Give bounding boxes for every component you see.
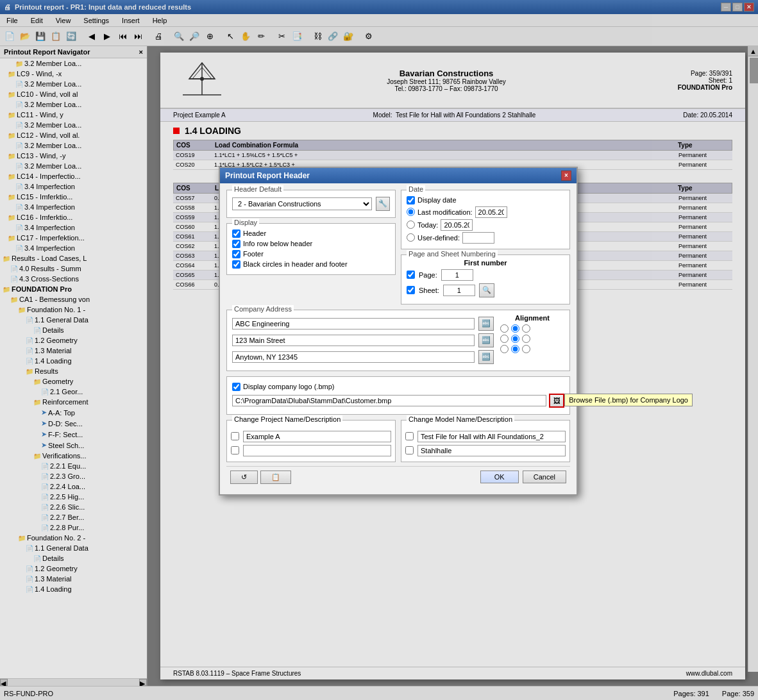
black-circles-checkbox-row: Black circles in header and footer [232, 260, 390, 269]
align1-right[interactable] [522, 324, 530, 333]
align1-center[interactable] [511, 324, 519, 333]
header-default-section: Header Default 2 - Bavarian Construction… [226, 190, 396, 218]
model-cb1[interactable] [405, 432, 414, 440]
last-mod-row: Last modification: [407, 206, 564, 218]
last-mod-radio[interactable] [407, 208, 415, 216]
change-section: Change Project Name/Description Change M… [226, 420, 570, 462]
date-section: Date Display date Last modification: [401, 190, 570, 249]
project-cb1-row [231, 431, 391, 442]
sheet-cb[interactable] [407, 286, 415, 294]
page-value-input[interactable] [441, 269, 473, 281]
cancel-btn[interactable]: Cancel [523, 471, 566, 483]
header-cb[interactable] [232, 229, 240, 238]
addr-line2-input[interactable] [232, 335, 475, 346]
header-checkbox-row: Header [232, 229, 390, 238]
header-default-browse-btn[interactable]: 🔧 [376, 197, 390, 211]
change-project-section: Change Project Name/Description [226, 420, 396, 462]
today-row: Today: [407, 219, 564, 231]
info-row-cb[interactable] [232, 240, 240, 248]
project-input2[interactable] [243, 445, 391, 456]
align2-right[interactable] [522, 335, 530, 343]
model-input1[interactable] [417, 431, 566, 442]
addr-line3-btn[interactable]: 🔤 [478, 350, 494, 364]
addr-line3-row: 🔤 [232, 350, 494, 364]
last-mod-label: Last modification: [417, 208, 473, 216]
align-row2 [500, 335, 564, 343]
addr-line1-row: 🔤 [232, 317, 494, 331]
display-section: Display Header Info row below header Foo… [226, 223, 396, 275]
file-path-row: C:\ProgramData\Dlubal\StammDat\Customer.… [232, 394, 564, 408]
modal-two-col: Header Default 2 - Bavarian Construction… [226, 190, 570, 310]
today-label: Today: [417, 221, 438, 229]
model-input2[interactable] [417, 445, 566, 456]
header-default-row: 2 - Bavarian Constructions 🔧 [232, 197, 390, 211]
sheet-row: Sheet: 🔍 [407, 283, 564, 297]
modal-title-bar: Printout Report Header × [220, 168, 577, 183]
company-address-label: Company Address [232, 305, 294, 313]
model-cb2[interactable] [405, 446, 414, 454]
footer-cb[interactable] [232, 250, 240, 258]
align-row1 [500, 324, 564, 333]
sheet-label-text: Sheet: [419, 287, 439, 294]
ok-btn[interactable]: OK [480, 471, 519, 483]
model-cb2-row [405, 445, 566, 456]
black-circles-cb-label: Black circles in header and footer [243, 260, 348, 268]
align3-center[interactable] [511, 345, 519, 353]
header-default-dropdown[interactable]: 2 - Bavarian Constructions [232, 197, 372, 210]
display-logo-cb[interactable] [232, 383, 240, 391]
date-section-label: Date [407, 185, 425, 193]
addr-line2-btn[interactable]: 🔤 [478, 333, 494, 347]
today-radio[interactable] [407, 221, 415, 229]
addr-line1-input[interactable] [232, 318, 475, 329]
modal-close-btn[interactable]: × [561, 171, 571, 181]
project-cb2[interactable] [231, 446, 239, 454]
display-section-label: Display [232, 219, 259, 226]
project-input1[interactable] [243, 431, 391, 442]
user-defined-radio[interactable] [407, 233, 415, 242]
first-number-label: First number [407, 259, 564, 267]
align2-center[interactable] [511, 335, 519, 343]
copy-btn[interactable]: 📋 [260, 471, 291, 484]
align3-right[interactable] [522, 345, 530, 353]
addr-line3-input[interactable] [232, 351, 475, 363]
file-browse-btn[interactable]: 🖼 [549, 394, 564, 408]
align2-left[interactable] [500, 335, 509, 343]
page-sheet-label: Page and Sheet Numbering [407, 250, 498, 258]
info-row-cb-label: Info row below header [243, 240, 312, 247]
company-logo-section: Display company logo (.bmp) C:\ProgramDa… [226, 376, 570, 415]
display-date-cb[interactable] [407, 196, 415, 204]
last-mod-value[interactable] [475, 206, 507, 218]
header-cb-label: Header [243, 229, 266, 237]
page-label-text: Page: [419, 271, 437, 279]
change-model-section: Change Model Name/Description [401, 420, 570, 462]
info-row-checkbox-row: Info row below header [232, 240, 390, 248]
display-date-label: Display date [417, 196, 457, 204]
tooltip-box: Browse File (.bmp) for Company Logo [564, 394, 693, 406]
today-value[interactable] [441, 219, 473, 231]
sheet-settings-btn[interactable]: 🔍 [479, 283, 494, 297]
sheet-value-input[interactable] [443, 285, 475, 296]
modal-right-col: Date Display date Last modification: [401, 190, 570, 310]
modal-printout-header: Printout Report Header × Header Default … [219, 167, 578, 496]
company-address-section: Company Address 🔤 🔤 [226, 310, 570, 371]
reset-btn[interactable]: ↺ [230, 471, 258, 484]
align1-left[interactable] [500, 324, 509, 333]
user-defined-row: User-defined: [407, 232, 564, 244]
footer-checkbox-row: Footer [232, 250, 390, 258]
black-circles-cb[interactable] [232, 260, 240, 269]
user-defined-value[interactable] [462, 232, 494, 244]
page-sheet-section: Page and Sheet Numbering First number Pa… [401, 254, 570, 304]
address-inputs: 🔤 🔤 🔤 [232, 314, 494, 367]
header-default-label: Header Default [232, 185, 283, 193]
page-cb[interactable] [407, 271, 415, 279]
project-cb1[interactable] [231, 432, 239, 440]
file-path-input[interactable]: C:\ProgramData\Dlubal\StammDat\Customer.… [232, 395, 546, 406]
page-row: Page: [407, 269, 564, 281]
align3-left[interactable] [500, 345, 509, 353]
modal-left-col: Header Default 2 - Bavarian Construction… [226, 190, 396, 310]
addr-line1-btn[interactable]: 🔤 [478, 317, 494, 331]
modal-overlay: Printout Report Header × Header Default … [0, 0, 758, 700]
modal-title-text: Printout Report Header [225, 171, 310, 180]
modal-footer: ↺ 📋 OK Cancel [226, 466, 570, 488]
alignment-label: Alignment [500, 314, 564, 322]
